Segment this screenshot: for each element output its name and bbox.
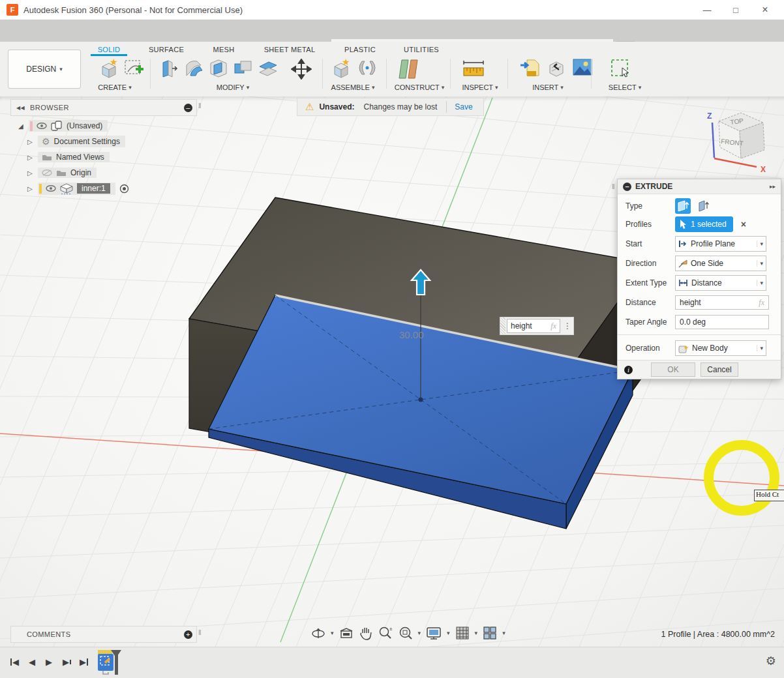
group-label-inspect[interactable]: INSPECT▾ [454, 83, 506, 92]
browser-header[interactable]: ◀◀ BROWSER – [10, 99, 197, 116]
type-extrude-thin-icon[interactable] [696, 198, 712, 214]
add-comment-icon[interactable]: + [184, 630, 192, 639]
more-options-icon[interactable]: ⋮ [562, 321, 573, 331]
drag-handle[interactable] [500, 317, 505, 334]
group-label-modify[interactable]: MODIFY▾ [207, 83, 259, 92]
shell-icon[interactable] [207, 57, 230, 82]
tab-mesh[interactable]: MESH [204, 44, 243, 55]
visibility-off-eye-icon[interactable] [42, 170, 52, 176]
extent-type-dropdown[interactable]: Distance▾ [675, 275, 766, 291]
selected-component-label[interactable]: inner:1 [77, 183, 110, 194]
construct-plane-icon[interactable] [397, 57, 423, 83]
3d-viewport[interactable]: 30.00 height fx ⋮ ◀◀ BROWSER – ‖ ◢ (Unsa… [0, 96, 784, 647]
orbit-icon[interactable] [310, 625, 326, 641]
insert-canvas-icon[interactable] [571, 57, 594, 80]
caret-down-icon[interactable]: ▾ [447, 630, 450, 636]
tab-surface[interactable]: SURFACE [140, 44, 192, 55]
browser-row-named-views[interactable]: ▷ Named Views [27, 150, 110, 164]
design-workspace-button[interactable]: DESIGN ▾ [8, 50, 81, 89]
comments-header[interactable]: COMMENTS + [10, 626, 197, 643]
expander-closed-icon[interactable]: ▷ [27, 170, 34, 177]
group-label-select[interactable]: SELECT▾ [599, 83, 651, 92]
timeline-go-end-button[interactable]: ▶ [80, 654, 88, 670]
save-button[interactable]: Save [455, 102, 472, 111]
timeline-step-back-button[interactable]: ◀ [29, 654, 35, 670]
caret-down-icon[interactable]: ▾ [331, 630, 334, 636]
expander-closed-icon[interactable]: ▷ [27, 185, 34, 192]
insert-svg-icon[interactable] [519, 57, 541, 82]
maximize-button[interactable]: □ [721, 0, 750, 20]
row-label[interactable]: Document Settings [54, 137, 120, 146]
fillet-icon[interactable] [183, 57, 205, 82]
pan-hand-icon[interactable] [359, 625, 373, 641]
activate-radio-icon[interactable] [119, 184, 129, 194]
joint-icon[interactable] [356, 57, 378, 82]
expander-closed-icon[interactable]: ▷ [27, 154, 34, 161]
tab-utilities[interactable]: UTILITIES [395, 44, 447, 55]
dialog-expand-icon[interactable]: ▸▸ [770, 183, 776, 190]
visibility-eye-icon[interactable] [46, 185, 56, 192]
profiles-selected-button[interactable]: 1 selected [675, 216, 733, 232]
panel-grip[interactable]: ‖ [198, 628, 202, 636]
root-label[interactable]: (Unsaved) [67, 121, 102, 130]
start-dropdown[interactable]: Profile Plane▾ [675, 236, 766, 252]
timeline-sketch-feature[interactable] [97, 650, 123, 678]
zoom-icon[interactable]: ± [378, 625, 393, 641]
browser-row-inner1[interactable]: ▷ inner:1 [27, 181, 129, 196]
group-label-construct[interactable]: CONSTRUCT▾ [389, 83, 450, 92]
operation-dropdown[interactable]: ★ New Body▾ [675, 340, 766, 356]
offset-face-icon[interactable] [257, 57, 279, 82]
group-label-create[interactable]: CREATE▾ [89, 83, 141, 92]
tab-sheet-metal[interactable]: SHEET METAL [257, 44, 322, 55]
visibility-eye-icon[interactable] [37, 123, 47, 129]
timeline-go-start-button[interactable]: ◀ [10, 654, 19, 670]
browser-row-root[interactable]: ◢ (Unsaved) [18, 119, 108, 133]
group-label-insert[interactable]: INSERT▾ [522, 83, 574, 92]
type-extrude-solid-icon[interactable] [675, 198, 691, 214]
caret-down-icon[interactable]: ▾ [502, 630, 505, 636]
distance-float-box[interactable]: height fx ⋮ [500, 317, 574, 335]
fit-icon[interactable] [398, 625, 414, 641]
taper-angle-input[interactable]: 0.0 deg [675, 315, 769, 329]
expander-closed-icon[interactable]: ▷ [27, 138, 34, 145]
collapse-panel-icon[interactable]: ◀◀ [11, 105, 30, 111]
new-component-icon[interactable]: ★ [330, 57, 352, 82]
row-label[interactable]: Origin [70, 168, 91, 177]
row-label[interactable]: Named Views [56, 153, 104, 162]
info-icon[interactable]: i [624, 366, 633, 374]
browser-row-doc-settings[interactable]: ▷ ⚙ Document Settings [27, 134, 125, 149]
minimize-button[interactable]: — [693, 0, 721, 20]
viewports-icon[interactable] [482, 625, 498, 641]
dialog-header[interactable]: – EXTRUDE ▸▸ [618, 179, 781, 194]
view-cube[interactable]: TOP FRONT Z X [699, 106, 781, 175]
direction-dropdown[interactable]: One Side▾ [675, 256, 766, 271]
press-pull-icon[interactable] [158, 57, 180, 82]
group-label-assemble[interactable]: ASSEMBLE▾ [325, 83, 381, 92]
look-at-icon[interactable] [339, 626, 354, 640]
caret-down-icon[interactable]: ▾ [418, 630, 421, 636]
panel-grip[interactable]: ‖ [198, 102, 202, 110]
measure-icon[interactable] [460, 57, 487, 83]
dialog-grip[interactable]: ‖ [612, 183, 615, 190]
panel-minus-icon[interactable]: – [184, 104, 192, 112]
grid-snap-icon[interactable] [455, 625, 470, 641]
display-settings-icon[interactable] [425, 625, 442, 641]
browser-row-origin[interactable]: ▷ Origin [27, 166, 97, 180]
insert-mesh-icon[interactable] [545, 57, 567, 82]
dialog-minus-icon[interactable]: – [623, 183, 631, 191]
clear-selection-icon[interactable]: × [741, 219, 746, 229]
close-button[interactable]: × [751, 0, 779, 20]
timeline-step-forward-button[interactable]: ▶ [63, 654, 71, 670]
combine-icon[interactable] [232, 57, 254, 82]
caret-down-icon[interactable]: ▾ [475, 630, 478, 636]
distance-float-input[interactable]: height fx [507, 319, 560, 333]
move-copy-icon[interactable] [291, 59, 312, 82]
create-sketch-icon[interactable] [123, 57, 145, 82]
timeline-settings-gear-icon[interactable]: ⚙ [766, 654, 776, 668]
select-icon[interactable] [609, 57, 633, 83]
distance-input[interactable]: height fx [675, 295, 769, 310]
tab-plastic[interactable]: PLASTIC [334, 44, 386, 55]
ok-button[interactable]: OK [651, 362, 695, 377]
timeline-play-button[interactable]: ▶ [46, 654, 52, 670]
expander-open-icon[interactable]: ◢ [18, 123, 25, 130]
